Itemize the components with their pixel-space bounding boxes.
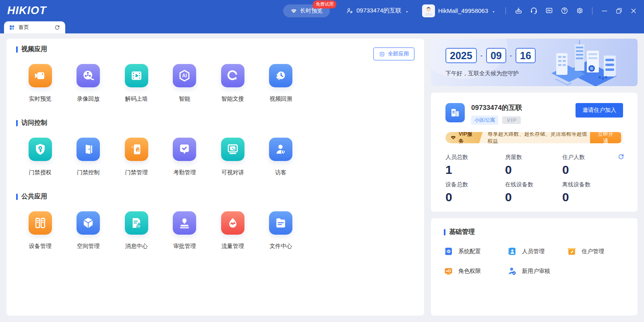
section-title-basic-management: 基础管理 [444, 228, 625, 236]
stat-value: 0 [562, 190, 623, 204]
minimize-button[interactable] [598, 4, 611, 17]
activate-vip-button[interactable]: 立即开通 [590, 132, 621, 143]
mgmt-person-management[interactable]: 人员管理 [507, 247, 567, 256]
date-separator: - [510, 52, 512, 59]
close-button[interactable] [627, 4, 640, 17]
app-approval[interactable]: 审批管理 [161, 211, 209, 250]
date-card: 2025 - 09 - 16 下午好，互联全天候为您守护 [431, 39, 638, 86]
stat-value: 0 [562, 163, 623, 176]
stat-label: 在线设备数 [505, 181, 562, 188]
app-logo: HIKIOT [6, 4, 47, 17]
app-space-management[interactable]: 空间管理 [64, 211, 113, 250]
visitor-icon [269, 138, 292, 161]
account-menu[interactable]: HikMall_49958063 [418, 3, 500, 19]
app-label: 实时预览 [29, 95, 52, 103]
section-title-access-control: 访问控制 [16, 119, 414, 127]
settings-button[interactable] [573, 4, 586, 18]
app-access-control[interactable]: 门禁控制 [64, 138, 113, 176]
app-device-management[interactable]: 设备管理 [16, 211, 64, 250]
app-smart-search[interactable]: 智能文搜 [209, 64, 257, 103]
app-file-center[interactable]: 文件中心 [257, 211, 305, 250]
stat-value: 0 [505, 190, 562, 204]
title-accent-bar [16, 194, 18, 200]
mgmt-resident-management[interactable]: 住户管理 [567, 247, 625, 256]
org-name: 09733474的互联 [356, 7, 402, 14]
app-access-management[interactable]: 门禁管理 [112, 138, 161, 176]
app-label: 门禁管理 [125, 169, 148, 176]
refresh-icon[interactable] [54, 24, 60, 31]
tab-strip: 首页 [0, 21, 644, 33]
stat-residents: 住户人数 0 [562, 150, 623, 176]
download-button[interactable] [511, 4, 525, 18]
date-month: 09 [486, 48, 506, 63]
space-management-icon [77, 211, 100, 235]
mgmt-item-label: 住户管理 [582, 248, 604, 255]
city-illustration [539, 39, 634, 86]
mgmt-role-permission[interactable]: 角色权限 [444, 266, 507, 276]
app-access-auth[interactable]: 门禁授权 [16, 138, 64, 176]
message-center-icon [125, 211, 148, 235]
app-message-center[interactable]: 消息中心 [112, 211, 161, 250]
app-live-view[interactable]: 实时预览 [16, 64, 64, 103]
device-management-icon [29, 211, 52, 235]
stat-label: 人员总数 [445, 154, 505, 161]
app-video-intercom[interactable]: 可视对讲 [209, 138, 257, 176]
basic-management-card: 基础管理 系统配置 人员管理 住户管理 角色权限 [431, 218, 638, 316]
caret-down-icon [405, 8, 409, 13]
mgmt-item-label: 人员管理 [522, 248, 545, 255]
title-accent-bar [444, 229, 445, 235]
section-title-public-apps: 公共应用 [16, 192, 414, 201]
app-label: 文件中心 [269, 243, 292, 250]
help-button[interactable] [557, 4, 571, 18]
section-title-text: 访问控制 [21, 119, 47, 127]
tab-home[interactable]: 首页 [4, 21, 65, 33]
approval-icon [173, 211, 196, 235]
app-label: 访客 [275, 169, 286, 176]
section-title-text: 基础管理 [449, 228, 475, 236]
app-playback[interactable]: 录像回放 [64, 64, 113, 103]
close-icon [630, 7, 638, 15]
screen-button[interactable] [542, 4, 556, 18]
account-name: HikMall_49958063 [438, 7, 488, 14]
app-video-retrace[interactable]: 视频回溯 [257, 64, 305, 103]
svg-text:AI: AI [182, 73, 187, 78]
app-visitor[interactable]: 访客 [257, 138, 305, 176]
community-building-icon [445, 103, 465, 122]
support-button[interactable] [527, 4, 540, 18]
stat-value: 0 [445, 190, 505, 204]
right-sidebar: 2025 - 09 - 16 下午好，互联全天候为您守护 [431, 39, 638, 316]
decode-to-wall-icon [125, 64, 148, 87]
app-label: 录像回放 [77, 95, 99, 103]
stat-label: 住户人数 [562, 154, 623, 161]
stat-total-devices: 设备总数 0 [445, 177, 505, 204]
restore-button[interactable] [613, 4, 625, 17]
monitor-chart-icon [545, 6, 553, 15]
stats-refresh-button[interactable] [617, 153, 625, 160]
community-name: 09733474的互联 [471, 103, 522, 112]
app-traffic[interactable]: 流量管理 [209, 211, 257, 250]
mgmt-system-config[interactable]: 系统配置 [444, 247, 507, 256]
stats-grid: 人员总数 1 房屋数 0 住户人数 0 设备总数 0 在线设备数 0 [445, 150, 623, 204]
headset-icon [530, 6, 538, 15]
download-icon [514, 6, 523, 15]
access-auth-icon [29, 138, 52, 161]
app-decode-to-wall[interactable]: 解码上墙 [112, 64, 161, 103]
all-apps-label: 全部应用 [388, 50, 409, 58]
gear-icon [576, 6, 584, 15]
app-label: 智能 [179, 95, 190, 103]
vip-diamond-icon [450, 134, 456, 141]
live-view-icon [29, 64, 52, 87]
invite-resident-button[interactable]: 邀请住户加入 [576, 103, 623, 118]
vip-benefits-text: 尊享超大路数、超长存储、灵活巡检等超值权益 [487, 132, 590, 143]
stat-label: 离线设备数 [562, 181, 623, 188]
app-label: 视频回溯 [269, 95, 292, 103]
app-ai[interactable]: AI 智能 [161, 64, 209, 103]
mgmt-new-user-audit[interactable]: 新用户审核 [507, 266, 567, 276]
apps-row-public: 设备管理 空间管理 消息中心 审批管理 流量管理 文件中心 [16, 211, 414, 250]
date-day: 16 [516, 48, 536, 63]
restore-icon [615, 7, 623, 15]
org-switcher[interactable]: 09733474的互联 [342, 5, 413, 16]
all-apps-button[interactable]: 全部应用 [373, 47, 414, 60]
app-attendance[interactable]: 考勤管理 [161, 138, 209, 176]
vip-service-label: VIP服务 [459, 132, 476, 143]
